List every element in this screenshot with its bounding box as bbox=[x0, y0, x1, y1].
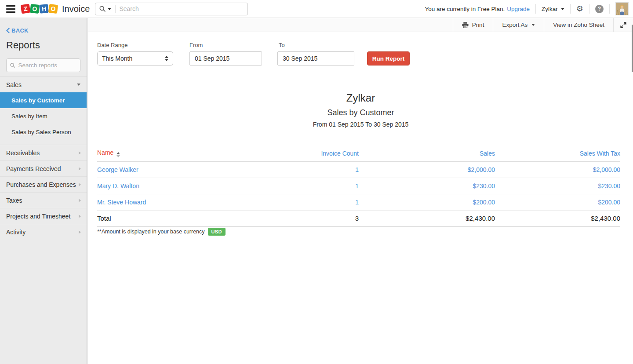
table-header-row: Name Invoice Count Sales Sales With Tax bbox=[97, 146, 620, 162]
sort-ascending-icon bbox=[116, 152, 120, 157]
help-icon[interactable]: ? bbox=[595, 5, 604, 13]
gear-icon[interactable]: ⚙ bbox=[576, 5, 583, 13]
back-button[interactable]: BACK bbox=[6, 27, 87, 34]
chevron-right-icon bbox=[79, 183, 81, 186]
date-range-selected-value: This Month bbox=[102, 55, 132, 62]
table-row: George Walker 1 $2,000.00 $2,000.00 bbox=[97, 162, 620, 178]
view-in-zoho-sheet-button[interactable]: View in Zoho Sheet bbox=[544, 18, 613, 32]
date-range-select[interactable]: This Month bbox=[97, 51, 173, 66]
export-as-button[interactable]: Export As bbox=[493, 18, 544, 32]
divider bbox=[609, 4, 610, 14]
sales-cell: $2,000.00 bbox=[359, 162, 495, 178]
to-label: To bbox=[279, 42, 285, 48]
column-header-label: Sales With Tax bbox=[580, 150, 620, 157]
run-report-button[interactable]: Run Report bbox=[367, 51, 410, 66]
column-header-sales-with-tax[interactable]: Sales With Tax bbox=[495, 146, 620, 162]
expand-diagonal-icon bbox=[620, 22, 626, 28]
sidebar-item-label: Taxes bbox=[6, 197, 22, 204]
sidebar-item-payments-received[interactable]: Payments Received bbox=[0, 160, 87, 176]
zoho-logo[interactable]: Z O H O bbox=[21, 4, 58, 13]
search-icon bbox=[99, 6, 106, 12]
chevron-down-icon bbox=[561, 8, 564, 10]
sidebar-item-label: Purchases and Expenses bbox=[6, 181, 76, 188]
sidebar-item-label: Sales by Sales Person bbox=[11, 129, 71, 135]
sidebar-item-sales-by-item[interactable]: Sales by Item bbox=[0, 108, 87, 124]
sidebar-title: Reports bbox=[6, 40, 87, 51]
hamburger-menu-icon[interactable] bbox=[4, 4, 18, 15]
zoho-logo-letter: Z bbox=[21, 4, 31, 14]
print-button[interactable]: Print bbox=[453, 18, 493, 32]
zoho-logo-letter: O bbox=[30, 4, 40, 14]
sales-with-tax-cell: $230.00 bbox=[495, 178, 620, 194]
sidebar-group-sales[interactable]: Sales bbox=[0, 76, 87, 92]
sidebar-item-sales-by-customer[interactable]: Sales by Customer bbox=[0, 92, 87, 108]
print-label: Print bbox=[472, 22, 484, 28]
chevron-down-icon bbox=[531, 24, 535, 26]
column-header-label: Sales bbox=[480, 150, 495, 157]
customer-link[interactable]: Mr. Steve Howard bbox=[97, 199, 146, 206]
sidebar-item-sales-by-sales-person[interactable]: Sales by Sales Person bbox=[0, 124, 87, 140]
report-period: From 01 Sep 2015 To 30 Sep 2015 bbox=[88, 121, 633, 128]
upgrade-link[interactable]: Upgrade bbox=[507, 6, 530, 12]
report-toolbar: Print Export As View in Zoho Sheet bbox=[88, 18, 633, 32]
sales-cell: $200.00 bbox=[359, 194, 495, 211]
sidebar-item-label: Sales by Customer bbox=[11, 97, 65, 104]
report-search-box[interactable] bbox=[6, 58, 80, 72]
top-bar: Z O H O Invoice You are currently in Fre… bbox=[0, 0, 633, 18]
chevron-right-icon bbox=[79, 167, 81, 171]
column-header-sales[interactable]: Sales bbox=[359, 146, 495, 162]
divider bbox=[115, 5, 116, 13]
report-main-panel: Print Export As View in Zoho Sheet Date … bbox=[88, 18, 633, 364]
customer-link[interactable]: Mary D. Walton bbox=[97, 182, 139, 189]
column-header-invoice-count[interactable]: Invoice Count bbox=[247, 146, 359, 162]
select-stepper-icon bbox=[165, 56, 168, 61]
chevron-left-icon bbox=[6, 28, 10, 33]
chevron-right-icon bbox=[79, 230, 81, 234]
chevron-right-icon bbox=[79, 199, 81, 202]
sidebar-item-receivables[interactable]: Receivables bbox=[0, 145, 87, 160]
organization-name: Zylkar bbox=[542, 6, 558, 12]
customer-link[interactable]: George Walker bbox=[97, 166, 138, 173]
report-title: Sales by Customer bbox=[88, 108, 633, 117]
user-avatar[interactable] bbox=[615, 2, 629, 15]
column-header-name[interactable]: Name bbox=[97, 146, 247, 162]
table-row: Mary D. Walton 1 $230.00 $230.00 bbox=[97, 178, 620, 194]
sidebar-item-taxes[interactable]: Taxes bbox=[0, 192, 87, 208]
table-total-row: Total 3 $2,430.00 $2,430.00 bbox=[97, 211, 620, 227]
search-scope-caret-icon[interactable] bbox=[108, 8, 111, 10]
to-date-input[interactable] bbox=[277, 51, 354, 66]
total-label: Total bbox=[97, 211, 247, 227]
total-sales-with-tax: $2,430.00 bbox=[495, 211, 620, 227]
global-search-box[interactable] bbox=[95, 3, 248, 15]
view-sheet-label: View in Zoho Sheet bbox=[553, 22, 604, 28]
fullscreen-button[interactable] bbox=[613, 18, 633, 32]
back-label: BACK bbox=[11, 27, 29, 34]
search-icon bbox=[10, 62, 15, 68]
global-search-input[interactable] bbox=[119, 5, 244, 12]
chevron-down-icon bbox=[77, 84, 80, 86]
zoho-logo-letter: O bbox=[48, 4, 58, 14]
sidebar-section-list: Receivables Payments Received Purchases … bbox=[0, 145, 87, 240]
sidebar-item-projects-and-timesheet[interactable]: Projects and Timesheet bbox=[0, 208, 87, 224]
plan-status-text: You are currently in Free Plan. bbox=[425, 6, 505, 12]
from-date-input[interactable] bbox=[189, 51, 262, 66]
product-name: Invoice bbox=[62, 4, 90, 14]
total-sales: $2,430.00 bbox=[359, 211, 495, 227]
sidebar-item-label: Sales by Item bbox=[11, 113, 47, 120]
report-search-input[interactable] bbox=[18, 62, 76, 69]
total-invoice-count: 3 bbox=[247, 211, 359, 227]
organization-dropdown[interactable]: Zylkar bbox=[542, 6, 564, 12]
divider bbox=[589, 4, 589, 14]
table-row: Mr. Steve Howard 1 $200.00 $200.00 bbox=[97, 194, 620, 211]
report-company-name: Zylkar bbox=[88, 92, 633, 104]
sales-by-customer-table: Name Invoice Count Sales Sales With Tax … bbox=[97, 146, 620, 227]
sidebar-item-activity[interactable]: Activity bbox=[0, 224, 87, 240]
topbar-right-cluster: You are currently in Free Plan. Upgrade … bbox=[425, 2, 633, 15]
sidebar-item-purchases-and-expenses[interactable]: Purchases and Expenses bbox=[0, 176, 87, 192]
currency-badge: USD bbox=[208, 228, 226, 236]
chevron-right-icon bbox=[79, 151, 81, 155]
sales-with-tax-cell: $200.00 bbox=[495, 194, 620, 211]
sidebar-item-label: Activity bbox=[6, 229, 25, 236]
sidebar-item-label: Receivables bbox=[6, 149, 40, 157]
divider bbox=[570, 4, 571, 14]
